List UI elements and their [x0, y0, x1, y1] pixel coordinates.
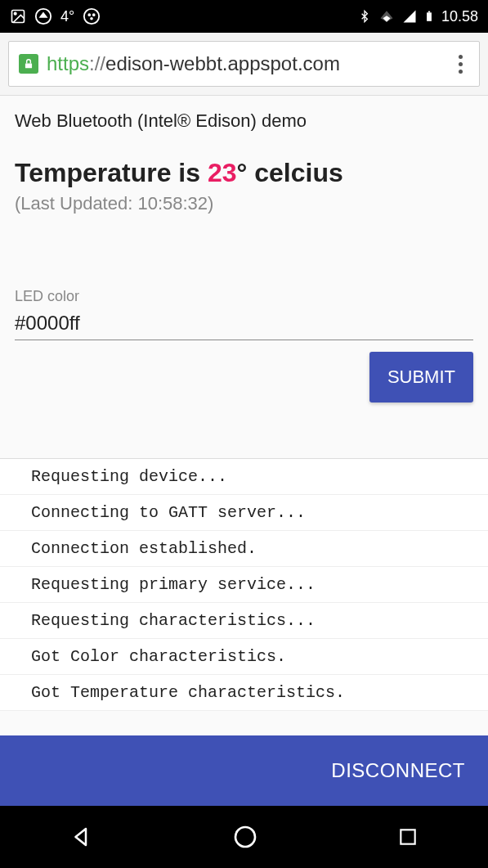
led-color-input[interactable]	[15, 308, 473, 340]
log-line: Connection established.	[0, 531, 488, 567]
page-content: Web Bluetooth (Intel® Edison) demo Tempe…	[0, 96, 488, 735]
log-line: Got Temperature characteristics.	[0, 675, 488, 711]
log-line: Got Color characteristics.	[0, 639, 488, 675]
image-icon	[10, 8, 26, 25]
url-text: https://edison-webbt.appspot.com	[47, 52, 444, 75]
url-separator: ://	[89, 52, 105, 74]
log-line: Requesting characteristics...	[0, 603, 488, 639]
status-right: 10.58	[358, 7, 478, 25]
svg-point-1	[14, 12, 16, 15]
page-title: Web Bluetooth (Intel® Edison) demo	[15, 110, 473, 132]
android-nav-bar	[0, 806, 488, 868]
disconnect-label: DISCONNECT	[331, 759, 465, 782]
led-color-label: LED color	[15, 288, 473, 305]
url-host: edison-webbt.appspot.com	[105, 52, 340, 74]
log-line: Requesting primary service...	[0, 567, 488, 603]
android-status-bar: 4° 10.58	[0, 0, 488, 33]
temp-suffix: ° celcius	[237, 158, 343, 187]
svg-point-5	[93, 14, 95, 16]
last-updated-suffix: )	[208, 193, 213, 214]
last-updated: (Last Updated: 10:58:32)	[15, 193, 473, 214]
emoji-icon	[83, 7, 101, 25]
url-scheme: https	[47, 52, 89, 74]
disconnect-button[interactable]: DISCONNECT	[0, 735, 488, 806]
svg-rect-8	[428, 11, 430, 13]
last-updated-time: 10:58:32	[137, 193, 208, 214]
browser-chrome: https://edison-webbt.appspot.com	[0, 33, 488, 96]
temp-value: 23	[208, 158, 237, 187]
nav-back-icon[interactable]	[69, 825, 94, 849]
svg-point-10	[235, 827, 255, 847]
lock-icon	[19, 54, 38, 74]
temperature-heading: Temperature is 23° celcius	[15, 158, 473, 188]
svg-point-6	[91, 18, 92, 20]
log-line: Connecting to GATT server...	[0, 495, 488, 531]
battery-icon	[423, 7, 435, 25]
nav-home-icon[interactable]	[232, 824, 258, 850]
url-bar[interactable]: https://edison-webbt.appspot.com	[8, 41, 480, 87]
status-temperature: 4°	[60, 8, 74, 25]
log-area: Requesting device... Connecting to GATT …	[0, 458, 488, 711]
svg-rect-7	[427, 12, 432, 21]
svg-point-3	[84, 9, 99, 24]
circle-outline-icon	[34, 7, 52, 25]
wifi-icon	[378, 9, 396, 24]
temp-prefix: Temperature is	[15, 158, 208, 187]
status-time: 10.58	[441, 8, 478, 25]
svg-rect-11	[401, 830, 414, 843]
svg-rect-9	[25, 63, 32, 68]
svg-point-4	[89, 14, 91, 16]
last-updated-prefix: (Last Updated:	[15, 193, 137, 214]
signal-icon	[402, 9, 417, 24]
log-line: Requesting device...	[0, 459, 488, 495]
status-left: 4°	[10, 7, 101, 25]
submit-button[interactable]: SUBMIT	[369, 352, 473, 403]
nav-recent-icon[interactable]	[397, 826, 419, 848]
browser-menu-button[interactable]	[452, 55, 469, 74]
bluetooth-icon	[358, 7, 371, 25]
